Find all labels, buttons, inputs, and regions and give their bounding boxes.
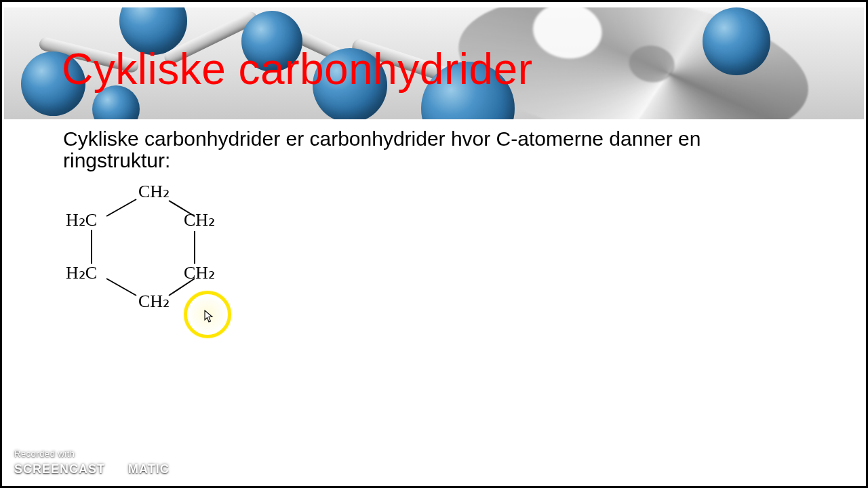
svg-text:CH₂: CH₂ [138,182,170,201]
watermark-ring-icon [108,460,125,478]
svg-line-0 [106,199,136,216]
svg-text:H₂C: H₂C [66,210,97,230]
mouse-cursor-icon [204,310,214,323]
body-text: Cykliske carbonhydrider er carbonhydride… [63,128,782,172]
watermark-line1: Recorded with [14,449,170,459]
screencast-watermark: Recorded with SCREENCAST MATIC [14,449,170,478]
svg-text:CH₂: CH₂ [138,291,170,311]
slide-title: Cykliske carbonhydrider [62,44,532,94]
svg-line-4 [106,279,136,296]
watermark-brand: SCREENCAST MATIC [14,460,170,478]
svg-text:CH₂: CH₂ [184,263,215,283]
svg-text:CH₂: CH₂ [184,210,215,230]
slide-frame: Cykliske carbonhydrider Cykliske carbonh… [0,0,868,488]
svg-text:H₂C: H₂C [66,263,97,283]
